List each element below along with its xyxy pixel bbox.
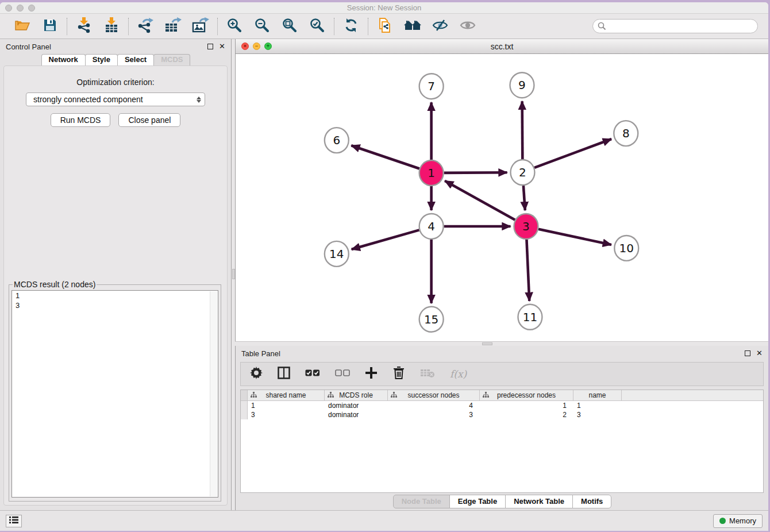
zoom-out-button[interactable] bbox=[253, 18, 271, 35]
zoom-in-icon bbox=[227, 18, 242, 35]
graph-node-7[interactable]: 7 bbox=[419, 74, 444, 99]
show-graphics-details-button[interactable] bbox=[459, 18, 476, 35]
memory-button[interactable]: Memory bbox=[713, 514, 763, 528]
clone-network-button[interactable] bbox=[376, 18, 394, 35]
edge-2-8[interactable] bbox=[534, 139, 611, 168]
task-history-button[interactable] bbox=[6, 515, 22, 527]
edge-2-3[interactable] bbox=[523, 186, 525, 210]
column-header-name[interactable]: name bbox=[573, 390, 622, 400]
tab-node-table[interactable]: Node Table bbox=[393, 495, 450, 508]
export-network-button[interactable] bbox=[137, 18, 154, 35]
network-window-title: scc.txt bbox=[236, 42, 768, 51]
refresh-view-button[interactable] bbox=[342, 18, 360, 35]
graph-node-11[interactable]: 11 bbox=[518, 304, 542, 330]
deselect-all-checkboxes-button[interactable] bbox=[335, 365, 350, 383]
table-cell[interactable]: 3 bbox=[388, 410, 480, 419]
table-row[interactable]: 1dominator411 bbox=[241, 401, 763, 410]
reset-view-button[interactable] bbox=[404, 18, 421, 35]
table-empty-area bbox=[241, 419, 763, 492]
split-columns-button[interactable] bbox=[278, 365, 290, 383]
tab-network-table[interactable]: Network Table bbox=[505, 495, 573, 508]
column-header-predecessor-nodes[interactable]: predecessor nodes bbox=[480, 390, 573, 400]
table-cell[interactable]: 3 bbox=[573, 410, 622, 419]
run-mcds-button[interactable]: Run MCDS bbox=[51, 113, 111, 127]
graph-node-1[interactable]: 1 bbox=[419, 160, 444, 186]
column-type-icon bbox=[483, 392, 489, 400]
close-panel-button[interactable]: Close panel bbox=[118, 113, 180, 127]
float-panel-icon[interactable] bbox=[207, 44, 213, 49]
zoom-in-button[interactable] bbox=[226, 18, 243, 35]
vertical-splitter[interactable] bbox=[231, 39, 235, 510]
table-cell[interactable]: 1 bbox=[248, 401, 325, 410]
table-cell[interactable]: 1 bbox=[480, 401, 573, 410]
close-panel-icon[interactable]: ✕ bbox=[756, 350, 763, 356]
unchecked-boxes-icon bbox=[335, 369, 350, 379]
tab-edge-table[interactable]: Edge Table bbox=[449, 495, 506, 508]
save-session-button[interactable] bbox=[41, 18, 59, 35]
column-header-shared-name[interactable]: shared name bbox=[248, 390, 325, 400]
tab-network[interactable]: Network bbox=[41, 54, 86, 65]
horizontal-splitter[interactable] bbox=[235, 341, 768, 346]
search-input[interactable] bbox=[592, 19, 758, 33]
tab-style[interactable]: Style bbox=[85, 54, 118, 65]
tab-mcds[interactable]: MCDS bbox=[153, 54, 190, 65]
select-all-checkboxes-button[interactable] bbox=[305, 365, 320, 383]
table-cell[interactable]: dominator bbox=[325, 410, 388, 419]
hide-graphics-details-button[interactable] bbox=[432, 18, 449, 35]
save-floppy-icon bbox=[43, 18, 57, 34]
column-header-successor-nodes[interactable]: successor nodes bbox=[388, 390, 480, 400]
graph-node-14[interactable]: 14 bbox=[325, 241, 349, 267]
delete-table-button bbox=[420, 365, 435, 383]
table-header-row: shared nameMCDS rolesuccessor nodesprede… bbox=[241, 390, 763, 401]
column-label: shared name bbox=[265, 391, 306, 399]
edge-1-6[interactable] bbox=[351, 145, 419, 168]
zoom-selected-button[interactable] bbox=[309, 18, 326, 35]
edge-3-1[interactable] bbox=[445, 181, 515, 220]
result-scrollbar[interactable] bbox=[210, 291, 217, 496]
table-settings-button[interactable] bbox=[250, 365, 263, 383]
graph-node-6[interactable]: 6 bbox=[325, 128, 349, 153]
row-header-cell bbox=[241, 401, 248, 410]
open-session-button[interactable] bbox=[14, 18, 31, 35]
open-folder-icon bbox=[14, 18, 30, 34]
graph-node-8[interactable]: 8 bbox=[614, 121, 638, 146]
table-row[interactable]: 3dominator323 bbox=[241, 410, 763, 419]
splitter-grip[interactable] bbox=[482, 342, 492, 345]
edge-2-9[interactable] bbox=[522, 101, 523, 159]
table-cell[interactable]: 1 bbox=[573, 401, 622, 410]
edge-1-2[interactable] bbox=[444, 172, 507, 173]
float-panel-icon[interactable] bbox=[745, 350, 750, 356]
zoom-out-icon bbox=[255, 18, 270, 35]
criterion-select[interactable]: strongly connected component bbox=[26, 92, 205, 106]
svg-text:6: 6 bbox=[333, 133, 340, 147]
export-table-button[interactable] bbox=[164, 18, 182, 35]
table-cell[interactable]: dominator bbox=[325, 401, 388, 410]
graph-node-2[interactable]: 2 bbox=[510, 160, 534, 185]
table-cell[interactable]: 3 bbox=[248, 410, 325, 419]
add-row-button[interactable] bbox=[365, 365, 378, 383]
edge-4-14[interactable] bbox=[352, 230, 419, 249]
svg-text:1: 1 bbox=[428, 166, 435, 180]
memory-status-icon bbox=[719, 518, 726, 524]
network-canvas[interactable]: 7968124314101511 bbox=[236, 54, 768, 341]
network-graph: 7968124314101511 bbox=[236, 54, 768, 341]
close-panel-icon[interactable]: ✕ bbox=[219, 44, 225, 49]
splitter-grip[interactable] bbox=[232, 269, 235, 279]
tab-motifs[interactable]: Motifs bbox=[572, 495, 611, 508]
graph-node-10[interactable]: 10 bbox=[614, 236, 638, 261]
delete-rows-button[interactable] bbox=[392, 365, 405, 383]
export-image-button[interactable] bbox=[192, 18, 209, 35]
table-cell[interactable]: 2 bbox=[480, 410, 573, 419]
table-cell[interactable]: 4 bbox=[388, 401, 480, 410]
graph-node-9[interactable]: 9 bbox=[510, 72, 534, 98]
import-network-button[interactable] bbox=[75, 18, 93, 35]
import-table-button[interactable] bbox=[103, 18, 120, 35]
tab-select[interactable]: Select bbox=[117, 54, 154, 65]
graph-node-15[interactable]: 15 bbox=[419, 307, 444, 332]
edge-3-11[interactable] bbox=[526, 240, 529, 301]
graph-node-3[interactable]: 3 bbox=[514, 214, 538, 239]
zoom-fit-button[interactable] bbox=[281, 18, 298, 35]
graph-node-4[interactable]: 4 bbox=[419, 214, 444, 239]
edge-3-10[interactable] bbox=[538, 229, 611, 245]
column-header-MCDS-role[interactable]: MCDS role bbox=[325, 390, 388, 400]
